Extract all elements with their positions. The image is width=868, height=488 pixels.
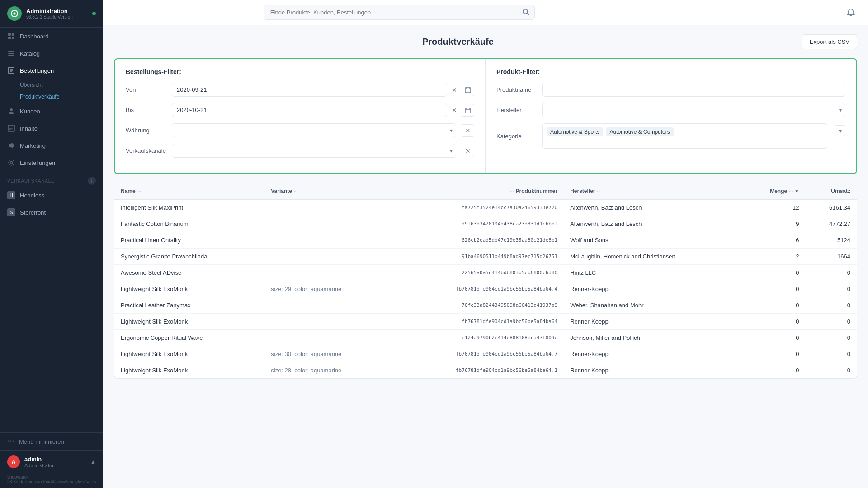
hersteller-filter-row: Hersteller ▾: [496, 103, 845, 117]
cell-variante: size: 28, color: aquamarine: [264, 362, 391, 379]
cell-variante: [264, 297, 391, 314]
col-header-menge[interactable]: Menge ··· ▼: [742, 183, 806, 199]
cell-umsatz: 0: [805, 265, 857, 281]
table-row[interactable]: Awesome Steel ADvise 22565a0a5c414bdb803…: [114, 265, 857, 281]
kategorie-tag-automotive-computers: Automotive & Computers: [606, 127, 673, 136]
kategorie-tag-automotive-sports: Automotive & Sports: [547, 127, 603, 136]
menge-sort-icon: ···: [789, 189, 793, 194]
search-bar: [264, 5, 535, 20]
sidebar-item-katalog[interactable]: Katalog: [0, 45, 103, 62]
svg-point-21: [13, 441, 14, 442]
verkaufskanaele-label: Verkaufskanäle: [126, 147, 166, 154]
sidebar-subitem-produktverkauefe[interactable]: Produktverkäufe: [0, 91, 103, 103]
export-csv-button[interactable]: Export als CSV: [802, 34, 857, 49]
bis-calendar-button[interactable]: [462, 104, 474, 117]
bis-clear-button[interactable]: ✕: [449, 105, 460, 116]
hersteller-label: Hersteller: [496, 107, 537, 113]
add-sales-channel-button[interactable]: +: [88, 177, 96, 185]
sidebar-header: Administration v6.3.2.1 Stable Version: [0, 0, 103, 28]
cell-hersteller: Johnson, Miller and Pollich: [564, 330, 742, 346]
sidebar-subitem-uebersicht[interactable]: Übersicht: [0, 79, 103, 91]
table-row[interactable]: Lightweight Silk ExoMonk fb76781dfe904cd…: [114, 314, 857, 330]
cell-hersteller: Renner-Koepp: [564, 346, 742, 362]
svg-rect-2: [12, 33, 14, 36]
table-row[interactable]: Practical Leather Zanymax 70fc33a8244349…: [114, 297, 857, 314]
table-row[interactable]: Lightweight Silk ExoMonk size: 28, color…: [114, 362, 857, 379]
table-row[interactable]: Lightweight Silk ExoMonk size: 30, color…: [114, 346, 857, 362]
cell-variante: [264, 249, 391, 265]
cell-variante: [264, 232, 391, 249]
cell-menge: 9: [742, 216, 806, 232]
minimize-icon: [7, 437, 14, 446]
col-header-hersteller[interactable]: Hersteller ···: [564, 183, 742, 199]
search-icon: [522, 8, 529, 17]
table-row[interactable]: Intelligent Silk MaxiPrint fa725f3524e14…: [114, 199, 857, 216]
von-input[interactable]: [172, 83, 447, 97]
hersteller-select[interactable]: [542, 103, 845, 117]
cell-umsatz: 0: [805, 297, 857, 314]
cell-hersteller: Altenwerth, Batz and Lesch: [564, 216, 742, 232]
cell-menge: 0: [742, 265, 806, 281]
sidebar-item-kunden[interactable]: Kunden: [0, 103, 103, 120]
sidebar-item-marketing[interactable]: Marketing: [0, 137, 103, 154]
user-name: admin: [24, 456, 54, 463]
filters-panel: Bestellungs-Filter: Von ✕ Bis: [114, 58, 857, 174]
sidebar-item-headless[interactable]: H Headless: [0, 187, 103, 204]
table-row[interactable]: Ergonomic Copper Ritual Wave e124a9790b2…: [114, 330, 857, 346]
sidebar-item-einstellungen[interactable]: Einstellungen: [0, 154, 103, 171]
verkaufskanaele-clear-button[interactable]: ✕: [462, 145, 474, 157]
cell-produktnummer: 626cb2ead5db47e19e35aa80e21de8b1: [391, 232, 564, 249]
table-header-row: Name ··· Variante ··· ··: [114, 183, 857, 199]
kategorie-dropdown-arrow-icon[interactable]: ▾: [835, 125, 845, 136]
produktname-filter-row: Produktname: [496, 83, 845, 97]
page-content: Produktverkäufe Export als CSV Bestellun…: [103, 25, 868, 488]
verkaufskanaele-select[interactable]: [172, 144, 456, 158]
svg-rect-5: [8, 51, 14, 52]
von-calendar-button[interactable]: [462, 84, 474, 96]
table-row[interactable]: Lightweight Silk ExoMonk size: 29, color…: [114, 281, 857, 297]
sidebar-item-label: Kunden: [20, 108, 40, 115]
kategorie-tag-area[interactable]: Automotive & Sports Automotive & Compute…: [542, 123, 827, 149]
waehrung-clear-button[interactable]: ✕: [462, 124, 474, 137]
sidebar-item-label: Bestellungen: [20, 67, 54, 74]
svg-point-20: [10, 441, 12, 442]
bis-label: Bis: [126, 107, 166, 113]
order-filter-section: Bestellungs-Filter: Von ✕ Bis: [115, 59, 486, 173]
waehrung-label: Währung: [126, 127, 166, 134]
col-header-name[interactable]: Name ···: [114, 183, 264, 199]
col-header-variante[interactable]: Variante ···: [264, 183, 391, 199]
table-row[interactable]: Practical Linen Ontality 626cb2ead5db47e…: [114, 232, 857, 249]
storefront-icon: S: [7, 208, 15, 216]
produktname-input[interactable]: [542, 83, 845, 97]
main-content: Produktverkäufe Export als CSV Bestellun…: [103, 0, 868, 488]
von-clear-button[interactable]: ✕: [449, 84, 460, 95]
search-input[interactable]: [264, 5, 535, 20]
bis-input[interactable]: [172, 103, 447, 117]
sidebar-item-storefront[interactable]: S Storefront: [0, 204, 103, 221]
cell-menge: 12: [742, 199, 806, 216]
notification-button[interactable]: [843, 5, 859, 21]
cell-umsatz: 0: [805, 314, 857, 330]
sidebar-item-label: Katalog: [20, 50, 40, 57]
sidebar-item-label: Inhalte: [20, 125, 38, 132]
cell-menge: 0: [742, 330, 806, 346]
table-row[interactable]: Synergistic Granite Prawnchilada 91ba469…: [114, 249, 857, 265]
url-bar: shopware-v6.3d.dev.wmw/admin#/wmw/analyt…: [0, 473, 103, 488]
sidebar-item-inhalte[interactable]: Inhalte: [0, 120, 103, 137]
svg-rect-6: [8, 53, 14, 54]
cell-umsatz: 6161.34: [805, 199, 857, 216]
col-header-produktnummer[interactable]: ··· Produktnummer: [391, 183, 564, 199]
cell-umsatz: 0: [805, 281, 857, 297]
sidebar-item-dashboard[interactable]: Dashboard: [0, 28, 103, 45]
sidebar-item-bestellungen[interactable]: Bestellungen: [0, 62, 103, 79]
cell-umsatz: 1664: [805, 249, 857, 265]
minimize-menu-button[interactable]: Menü minimieren: [0, 433, 103, 450]
svg-point-19: [8, 441, 9, 442]
svg-point-18: [10, 162, 13, 164]
cell-produktnummer: fb76781dfe904cd1a9bc56be5a84ba64: [391, 314, 564, 330]
cell-hersteller: Hintz LLC: [564, 265, 742, 281]
waehrung-select[interactable]: [172, 123, 456, 137]
table-row[interactable]: Fantastic Cotton Binarium d9f63d3420104d…: [114, 216, 857, 232]
user-area[interactable]: A admin Administrator ▲: [0, 450, 103, 473]
cell-name: Lightweight Silk ExoMonk: [114, 281, 264, 297]
